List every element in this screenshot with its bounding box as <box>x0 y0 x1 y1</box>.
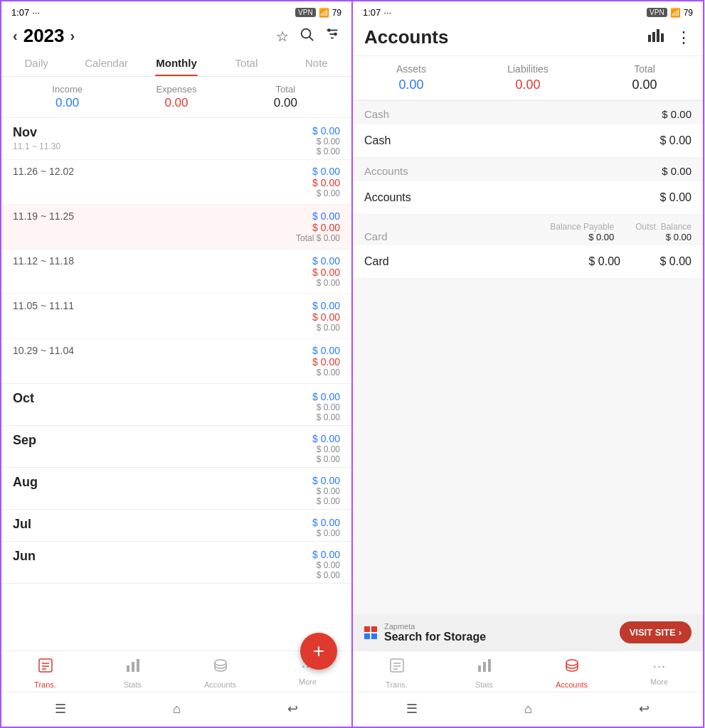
month-jul-header[interactable]: Jul $ 0.00 $ 0.00 <box>1 510 351 541</box>
card-item-name: Card <box>364 255 389 268</box>
nav-accounts[interactable]: Accounts <box>176 657 264 689</box>
assets-value: 0.00 <box>353 77 470 92</box>
favorites-icon[interactable]: ☆ <box>276 28 289 45</box>
cash-item-name: Cash <box>364 134 391 147</box>
card-section-header: Card Balance Payable $ 0.00 Outst. Balan… <box>353 215 703 245</box>
month-oct: Oct $ 0.00 $ 0.00 $ 0.00 <box>1 384 351 426</box>
year-header: ‹ 2023 › ☆ <box>1 21 351 51</box>
week-row[interactable]: 11.19 ~ 11.25 $ 0.00 $ 0.00 Total $ 0.00 <box>1 204 351 249</box>
svg-rect-23 <box>478 665 481 672</box>
month-nov-header: Nov 11.1 ~ 11.30 $ 0.00 $ 0.00 $ 0.00 <box>1 118 351 159</box>
svg-rect-15 <box>648 35 651 42</box>
accounts-icon-2 <box>563 657 581 678</box>
cash-item[interactable]: Cash $ 0.00 <box>353 124 703 158</box>
income-value: 0.00 <box>13 96 122 110</box>
stats-icon <box>124 657 142 678</box>
accounts-section-total: $ 0.00 <box>662 165 691 177</box>
nav-stats-label: Stats <box>124 680 142 689</box>
tab-total[interactable]: Total <box>211 51 281 76</box>
next-year-button[interactable]: › <box>70 28 75 44</box>
accounts-section-header: Accounts $ 0.00 <box>353 158 703 181</box>
svg-line-1 <box>309 37 313 41</box>
stats-icon-2 <box>476 657 493 678</box>
week-row[interactable]: 10.29 ~ 11.04 $ 0.00 $ 0.00 $ 0.00 <box>1 338 351 383</box>
home-button-2[interactable]: ⌂ <box>507 699 549 719</box>
svg-point-0 <box>302 29 311 38</box>
tab-calendar[interactable]: Calendar <box>71 51 141 76</box>
month-oct-header[interactable]: Oct $ 0.00 $ 0.00 $ 0.00 <box>1 384 351 425</box>
sys-nav-1: ☰ ⌂ ↩ <box>1 692 351 727</box>
menu-button-1[interactable]: ☰ <box>38 698 83 719</box>
month-jul: Jul $ 0.00 $ 0.00 <box>1 510 351 542</box>
filter-icon[interactable] <box>324 26 340 46</box>
week-row[interactable]: 11.12 ~ 11.18 $ 0.00 $ 0.00 $ 0.00 <box>1 249 351 294</box>
tab-monthly[interactable]: Monthly <box>142 51 211 76</box>
bank-account-item-name: Accounts <box>364 191 411 204</box>
add-transaction-button[interactable]: + <box>300 633 337 670</box>
month-aug: Aug $ 0.00 $ 0.00 $ 0.00 <box>1 468 351 510</box>
svg-rect-12 <box>132 662 134 672</box>
vpn-badge-1: VPN <box>295 8 316 17</box>
status-bar-1: 1:07 ··· VPN 📶 79 <box>1 1 351 21</box>
assets-label: Assets <box>353 63 470 75</box>
nav2-accounts[interactable]: Accounts <box>528 657 615 689</box>
week-row[interactable]: 11.05 ~ 11.11 $ 0.00 $ 0.00 $ 0.00 <box>1 294 351 338</box>
nav-trans-label: Trans. <box>34 680 56 689</box>
liabilities-label: Liabilities <box>470 63 586 75</box>
ad-arrow-icon: › <box>679 627 682 638</box>
tab-daily[interactable]: Daily <box>1 51 71 76</box>
nav2-stats-label: Stats <box>475 680 493 689</box>
card-outstanding: $ 0.00 <box>642 255 691 268</box>
expenses-value: 0.00 <box>122 96 230 110</box>
month-aug-header[interactable]: Aug $ 0.00 $ 0.00 $ 0.00 <box>1 468 351 509</box>
period-summary: Income 0.00 Expenses 0.00 Total 0.00 <box>1 77 351 118</box>
wifi-icon-2: 📶 <box>670 8 681 18</box>
week-row[interactable]: 11.26 ~ 12.02 $ 0.00 $ 0.00 $ 0.00 <box>1 159 351 204</box>
transactions-icon <box>37 657 54 678</box>
liabilities-value: 0.00 <box>470 77 586 92</box>
status-time-2: 1:07 ··· <box>363 7 391 18</box>
ad-visit-button[interactable]: VISIT SITE › <box>620 621 691 643</box>
svg-point-14 <box>215 660 226 665</box>
menu-button-2[interactable]: ☰ <box>389 698 435 719</box>
month-jun-header[interactable]: Jun $ 0.00 $ 0.00 $ 0.00 <box>1 542 351 583</box>
card-balance-payable: $ 0.00 <box>571 255 620 268</box>
accounts-total-label: Total <box>586 63 703 75</box>
status-time-1: 1:07 ··· <box>11 7 40 18</box>
search-icon[interactable] <box>299 26 314 46</box>
month-sep-header[interactable]: Sep $ 0.00 $ 0.00 $ 0.00 <box>1 426 351 467</box>
card-item[interactable]: Card $ 0.00 $ 0.00 <box>353 245 703 279</box>
back-button-2[interactable]: ↩ <box>622 698 667 719</box>
status-icons-1: VPN 📶 79 <box>295 8 341 18</box>
more-options-icon[interactable]: ⋮ <box>676 28 691 47</box>
ad-banner[interactable]: Zapmeta Search for Storage VISIT SITE › <box>353 614 703 651</box>
ad-content: Zapmeta Search for Storage <box>384 622 613 643</box>
more-icon-2: ··· <box>652 657 665 675</box>
back-button-1[interactable]: ↩ <box>270 698 315 719</box>
nav-stats[interactable]: Stats <box>89 657 176 689</box>
month-jun: Jun $ 0.00 $ 0.00 $ 0.00 <box>1 542 351 584</box>
nav2-trans[interactable]: Trans. <box>353 657 440 689</box>
bank-account-item[interactable]: Accounts $ 0.00 <box>353 181 703 215</box>
home-button-1[interactable]: ⌂ <box>156 699 198 719</box>
svg-point-6 <box>334 33 336 36</box>
screen-transactions: 1:07 ··· VPN 📶 79 ‹ 2023 › ☆ <box>0 0 352 728</box>
prev-year-button[interactable]: ‹ <box>13 28 18 44</box>
nav2-more[interactable]: ··· More <box>615 657 703 689</box>
svg-rect-19 <box>391 659 403 672</box>
screen-accounts: 1:07 ··· VPN 📶 79 Accounts <box>352 0 704 728</box>
current-year: 2023 <box>23 25 65 47</box>
income-label: Income <box>13 84 122 95</box>
chart-icon[interactable] <box>647 28 664 48</box>
accounts-list: Cash $ 0.00 Cash $ 0.00 Accounts $ 0.00 … <box>353 101 703 614</box>
total-summary: Total 0.00 <box>231 84 340 110</box>
cash-section-header: Cash $ 0.00 <box>353 101 703 124</box>
outstanding-balance-header: Outst. Balance $ 0.00 <box>635 222 691 242</box>
nav-trans[interactable]: Trans. <box>1 657 89 689</box>
accounts-section-name: Accounts <box>364 165 408 177</box>
nav2-stats[interactable]: Stats <box>440 657 528 689</box>
wifi-icon-1: 📶 <box>319 8 329 18</box>
tab-note[interactable]: Note <box>282 51 351 76</box>
expenses-summary: Expenses 0.00 <box>122 84 230 110</box>
time-1: 1:07 <box>11 7 29 18</box>
